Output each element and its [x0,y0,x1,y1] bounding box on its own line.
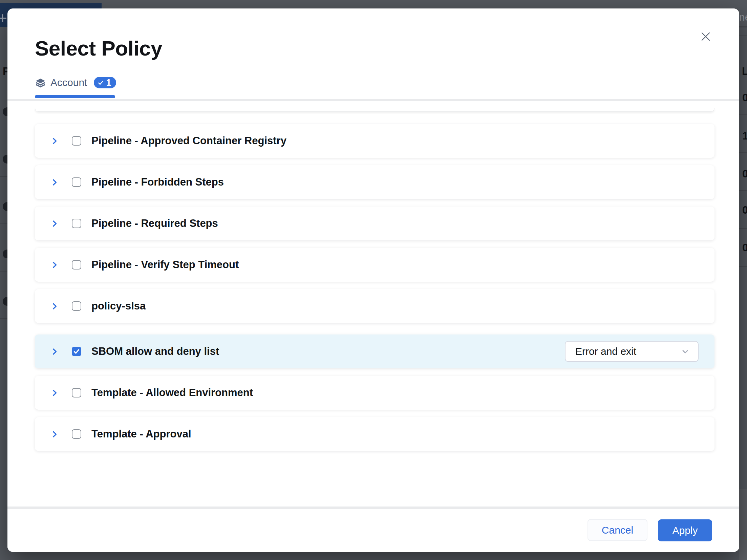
policy-name: Pipeline - Forbidden Steps [91,176,224,188]
policy-row: SBOM allow and deny list Error and exit [35,335,714,368]
policy-checkbox[interactable] [72,388,81,397]
policy-name: SBOM allow and deny list [91,345,219,358]
policy-checkbox[interactable] [72,219,81,228]
dialog-title: Select Policy [35,36,162,60]
enforcement-value: Error and exit [575,346,681,357]
policy-list: Pipeline - Approved Container Registry P… [7,101,739,507]
tab-account[interactable]: Account 1 [35,77,116,88]
policy-row: Pipeline - Forbidden Steps [35,165,714,199]
expand-chevron-icon[interactable] [50,430,59,439]
expand-chevron-icon[interactable] [50,302,59,311]
expand-chevron-icon[interactable] [50,219,59,228]
expand-chevron-icon[interactable] [50,388,59,397]
policy-checkbox[interactable] [72,136,81,146]
policy-row: Template - Allowed Environment [35,376,714,410]
policy-name: Pipeline - Required Steps [91,217,218,230]
policy-row: Pipeline - Required Steps [35,207,714,240]
background-search-text-fragment: ne [739,12,747,23]
policy-name: Template - Allowed Environment [91,387,253,399]
expand-chevron-icon[interactable] [50,260,59,270]
footer-divider [7,507,739,509]
expand-chevron-icon[interactable] [50,136,59,146]
active-tab-indicator [35,95,115,98]
select-policy-dialog: Select Policy Account 1 Pipeline - Appro… [7,8,739,552]
selected-count: 1 [106,78,111,88]
background-footer-band [739,489,747,560]
dialog-footer: Cancel Apply [7,509,739,552]
policy-name: Template - Approval [91,428,191,440]
apply-button[interactable]: Apply [658,519,712,541]
policy-checkbox[interactable] [72,260,81,270]
cancel-button[interactable]: Cancel [588,519,647,541]
policy-checkbox[interactable] [72,347,81,356]
tab-account-label: Account [50,77,87,88]
background-right-column-header: L [742,65,747,78]
policy-row: Template - Approval [35,417,714,451]
check-icon [98,80,104,86]
chevron-down-icon [681,347,690,356]
expand-chevron-icon[interactable] [50,347,59,356]
policy-name: Pipeline - Verify Step Timeout [91,259,239,271]
enforcement-select[interactable]: Error and exit [565,341,699,362]
policy-name: policy-slsa [91,300,146,312]
selected-count-badge: 1 [94,77,116,88]
layers-icon [35,77,46,88]
policy-checkbox[interactable] [72,429,81,439]
policy-name: Pipeline - Approved Container Registry [91,135,286,147]
expand-chevron-icon[interactable] [50,178,59,187]
policy-row: Pipeline - Approved Container Registry [35,124,714,158]
policy-checkbox[interactable] [72,177,81,187]
background-divider [739,35,747,36]
background-divider [739,26,747,27]
partially-scrolled-row [35,108,714,112]
close-icon[interactable] [700,31,711,42]
policy-row: policy-slsa [35,289,714,323]
policy-row: Pipeline - Verify Step Timeout [35,248,714,282]
policy-checkbox[interactable] [72,301,81,311]
